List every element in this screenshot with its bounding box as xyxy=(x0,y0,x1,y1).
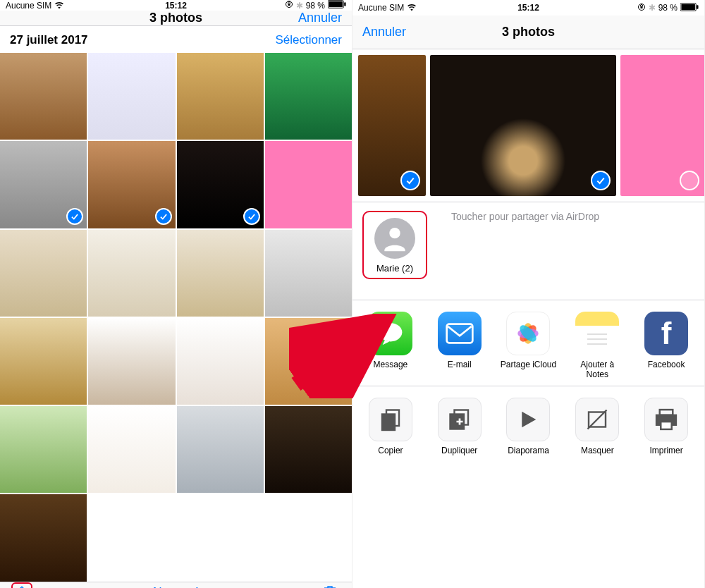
airdrop-hint: Toucher pour partager via AirDrop xyxy=(451,211,599,222)
share-thumb[interactable] xyxy=(620,55,704,196)
app-label: Facebook xyxy=(648,360,685,369)
photo-thumb[interactable] xyxy=(0,406,87,493)
bluetooth-icon: ✱ xyxy=(649,3,656,13)
photo-thumb[interactable] xyxy=(88,406,175,493)
svg-rect-13 xyxy=(446,324,472,343)
app-label: Message xyxy=(374,360,408,369)
svg-rect-7 xyxy=(640,6,642,8)
orientation-lock-icon xyxy=(637,3,646,13)
app-label: Ajouter à Notes xyxy=(569,360,625,380)
message-icon xyxy=(369,312,412,355)
action-print[interactable]: Imprimer xyxy=(638,398,694,455)
status-bar: Aucune SIM 15:12 ✱ 98 % xyxy=(352,0,704,16)
photo-thumb[interactable] xyxy=(177,406,264,493)
airdrop-section: Toucher pour partager via AirDrop Marie … xyxy=(352,202,704,300)
share-button[interactable] xyxy=(11,582,32,589)
action-hide[interactable]: Masquer xyxy=(569,398,625,455)
photo-thumb[interactable] xyxy=(177,230,264,317)
nav-bar: Annuler 3 photos xyxy=(352,16,704,49)
selected-check-icon xyxy=(591,171,611,190)
battery-percent: 98 % xyxy=(658,3,678,13)
photo-thumb[interactable] xyxy=(88,53,175,140)
photo-thumb[interactable] xyxy=(0,141,87,228)
action-slideshow[interactable]: Diaporama xyxy=(501,398,557,455)
bluetooth-icon: ✱ xyxy=(296,1,303,11)
photo-thumb[interactable] xyxy=(265,318,352,405)
photo-thumb[interactable] xyxy=(0,318,87,405)
svg-point-12 xyxy=(379,323,403,341)
action-label: Copier xyxy=(378,446,403,455)
svg-rect-10 xyxy=(697,5,698,9)
carrier-label: Aucune SIM xyxy=(6,1,51,11)
copy-icon xyxy=(369,398,412,441)
hide-icon xyxy=(575,398,619,441)
photo-thumb[interactable] xyxy=(88,230,175,317)
app-label: E-mail xyxy=(448,360,472,369)
add-to-button[interactable]: Ajouter à xyxy=(150,585,201,588)
svg-rect-9 xyxy=(681,4,695,9)
share-thumb[interactable] xyxy=(430,55,616,196)
app-label: Partage iCloud xyxy=(501,360,556,369)
photo-thumb[interactable] xyxy=(0,53,87,140)
action-label: Diaporama xyxy=(508,446,549,455)
action-label: Masquer xyxy=(581,446,614,455)
svg-point-11 xyxy=(389,228,400,238)
selected-photos-row[interactable] xyxy=(352,49,704,202)
photo-grid xyxy=(0,53,352,582)
share-app-notes[interactable]: Ajouter à Notes xyxy=(569,312,625,380)
photo-thumb[interactable] xyxy=(0,494,87,581)
wifi-icon xyxy=(407,4,417,12)
share-thumb[interactable] xyxy=(358,55,426,196)
photo-thumb[interactable] xyxy=(265,53,352,140)
battery-icon xyxy=(680,3,699,13)
selected-check-icon xyxy=(243,208,260,225)
carrier-label: Aucune SIM xyxy=(358,3,404,13)
share-sheet-screen: Aucune SIM 15:12 ✱ 98 % Annuler 3 photos… xyxy=(352,0,705,588)
share-app-email[interactable]: E-mail xyxy=(431,312,488,380)
share-actions-row: Copier Dupliquer Diaporama Masquer Impri… xyxy=(352,386,704,461)
action-label: Dupliquer xyxy=(441,446,477,455)
photo-thumb[interactable] xyxy=(177,53,264,140)
wifi-icon xyxy=(54,1,64,10)
svg-rect-1 xyxy=(288,4,290,6)
photo-thumb[interactable] xyxy=(265,230,352,317)
selected-check-icon xyxy=(66,208,83,225)
status-bar: Aucune SIM 15:12 ✱ 98 % xyxy=(0,0,352,11)
photos-selection-screen: Aucune SIM 15:12 ✱ 98 % 3 photos Annuler… xyxy=(0,0,352,588)
play-icon xyxy=(506,398,550,441)
photo-thumb[interactable] xyxy=(88,141,175,228)
photos-icon xyxy=(506,312,550,355)
cancel-button[interactable]: Annuler xyxy=(298,11,342,25)
unselected-circle-icon xyxy=(680,171,699,190)
clock-label: 15:12 xyxy=(517,3,539,13)
share-app-message[interactable]: Message xyxy=(362,312,419,380)
notes-icon xyxy=(575,312,619,355)
photo-thumb[interactable] xyxy=(0,230,87,317)
action-duplicate[interactable]: Dupliquer xyxy=(431,398,488,455)
photo-thumb[interactable] xyxy=(265,406,352,493)
photo-thumb[interactable] xyxy=(88,318,175,405)
orientation-lock-icon xyxy=(285,0,293,11)
cancel-button[interactable]: Annuler xyxy=(362,25,406,39)
trash-button[interactable] xyxy=(319,582,341,589)
airdrop-contact-name: Marie (2) xyxy=(376,263,413,274)
nav-title: 3 photos xyxy=(149,11,202,25)
photo-thumb[interactable] xyxy=(265,141,352,228)
section-header: 27 juillet 2017 Sélectionner xyxy=(0,26,352,53)
action-copy[interactable]: Copier xyxy=(362,398,419,455)
svg-marker-25 xyxy=(522,412,537,428)
share-app-icloud[interactable]: Partage iCloud xyxy=(501,312,557,380)
battery-icon xyxy=(328,0,346,11)
share-app-facebook[interactable]: f Facebook xyxy=(638,312,694,380)
photo-thumb[interactable] xyxy=(177,318,264,405)
action-label: Imprimer xyxy=(649,446,682,455)
airdrop-contact[interactable]: Marie (2) xyxy=(362,211,427,279)
mail-icon xyxy=(438,312,482,355)
nav-bar: 3 photos Annuler xyxy=(0,11,352,26)
bottom-toolbar: Ajouter à xyxy=(0,582,352,589)
svg-rect-3 xyxy=(329,1,343,7)
select-button[interactable]: Sélectionner xyxy=(275,33,342,47)
clock-label: 15:12 xyxy=(165,1,187,11)
photo-thumb[interactable] xyxy=(177,141,264,228)
section-date: 27 juillet 2017 xyxy=(10,33,88,47)
